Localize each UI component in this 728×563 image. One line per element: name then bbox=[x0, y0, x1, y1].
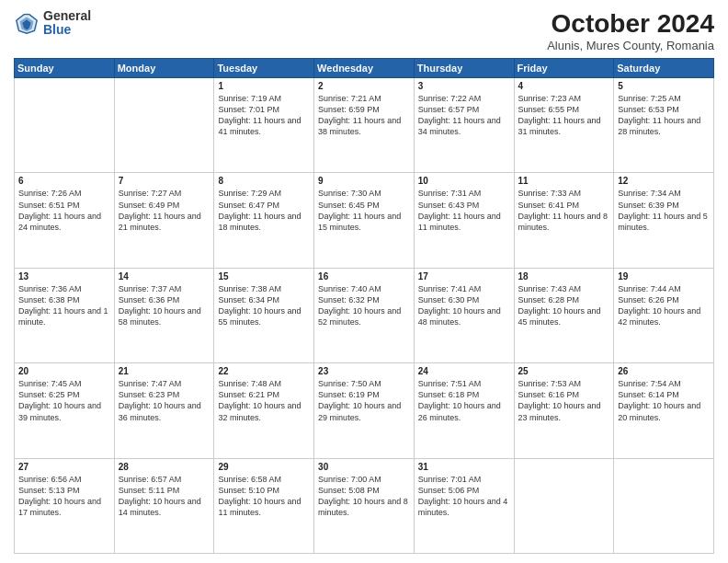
day-detail: Sunrise: 6:58 AM Sunset: 5:10 PM Dayligh… bbox=[218, 474, 310, 519]
calendar-cell: 11Sunrise: 7:33 AM Sunset: 6:41 PM Dayli… bbox=[514, 173, 614, 268]
day-number: 7 bbox=[119, 176, 210, 186]
day-number: 23 bbox=[318, 366, 410, 376]
calendar-cell: 5Sunrise: 7:25 AM Sunset: 6:53 PM Daylig… bbox=[614, 78, 714, 173]
calendar-cell: 10Sunrise: 7:31 AM Sunset: 6:43 PM Dayli… bbox=[414, 173, 514, 268]
day-number: 8 bbox=[218, 176, 310, 186]
location: Alunis, Mures County, Romania bbox=[547, 39, 714, 52]
day-detail: Sunrise: 7:53 AM Sunset: 6:16 PM Dayligh… bbox=[518, 378, 610, 423]
day-number: 16 bbox=[318, 271, 410, 282]
header: General Blue October 2024 Alunis, Mures … bbox=[14, 9, 714, 52]
day-number: 1 bbox=[218, 81, 310, 91]
day-number: 28 bbox=[119, 462, 210, 472]
day-number: 17 bbox=[418, 271, 510, 282]
logo-general-text: General bbox=[43, 9, 91, 23]
calendar-cell: 29Sunrise: 6:58 AM Sunset: 5:10 PM Dayli… bbox=[214, 458, 314, 553]
day-detail: Sunrise: 7:48 AM Sunset: 6:21 PM Dayligh… bbox=[218, 378, 310, 423]
logo: General Blue bbox=[14, 9, 91, 38]
day-number: 11 bbox=[518, 176, 610, 186]
day-number: 29 bbox=[218, 462, 310, 472]
calendar-cell: 14Sunrise: 7:37 AM Sunset: 6:36 PM Dayli… bbox=[114, 268, 214, 362]
day-detail: Sunrise: 7:25 AM Sunset: 6:53 PM Dayligh… bbox=[618, 93, 710, 138]
day-number: 9 bbox=[318, 176, 410, 186]
day-detail: Sunrise: 7:22 AM Sunset: 6:57 PM Dayligh… bbox=[418, 93, 510, 138]
calendar-cell: 22Sunrise: 7:48 AM Sunset: 6:21 PM Dayli… bbox=[214, 363, 314, 458]
col-header-thursday: Thursday bbox=[414, 59, 514, 78]
day-detail: Sunrise: 7:37 AM Sunset: 6:36 PM Dayligh… bbox=[119, 283, 210, 328]
day-number: 2 bbox=[318, 81, 410, 91]
day-detail: Sunrise: 7:31 AM Sunset: 6:43 PM Dayligh… bbox=[418, 188, 510, 233]
day-detail: Sunrise: 7:36 AM Sunset: 6:38 PM Dayligh… bbox=[18, 283, 110, 328]
day-detail: Sunrise: 7:41 AM Sunset: 6:30 PM Dayligh… bbox=[418, 283, 510, 328]
calendar-week-5: 27Sunrise: 6:56 AM Sunset: 5:13 PM Dayli… bbox=[15, 458, 714, 553]
day-detail: Sunrise: 7:01 AM Sunset: 5:06 PM Dayligh… bbox=[418, 474, 510, 519]
calendar-cell: 28Sunrise: 6:57 AM Sunset: 5:11 PM Dayli… bbox=[114, 458, 214, 553]
calendar-cell: 31Sunrise: 7:01 AM Sunset: 5:06 PM Dayli… bbox=[414, 458, 514, 553]
day-detail: Sunrise: 7:44 AM Sunset: 6:26 PM Dayligh… bbox=[618, 283, 710, 328]
col-header-tuesday: Tuesday bbox=[214, 59, 314, 78]
calendar-cell: 30Sunrise: 7:00 AM Sunset: 5:08 PM Dayli… bbox=[314, 458, 415, 553]
title-block: October 2024 Alunis, Mures County, Roman… bbox=[547, 9, 714, 52]
day-detail: Sunrise: 7:00 AM Sunset: 5:08 PM Dayligh… bbox=[318, 474, 410, 519]
page: General Blue October 2024 Alunis, Mures … bbox=[0, 0, 728, 563]
day-number: 13 bbox=[18, 271, 110, 282]
calendar-table: SundayMondayTuesdayWednesdayThursdayFrid… bbox=[14, 58, 714, 554]
calendar-cell bbox=[114, 78, 214, 173]
day-detail: Sunrise: 7:45 AM Sunset: 6:25 PM Dayligh… bbox=[18, 378, 110, 423]
day-number: 6 bbox=[18, 176, 110, 186]
calendar-cell: 19Sunrise: 7:44 AM Sunset: 6:26 PM Dayli… bbox=[614, 268, 714, 362]
day-detail: Sunrise: 7:19 AM Sunset: 7:01 PM Dayligh… bbox=[218, 93, 310, 138]
day-detail: Sunrise: 7:34 AM Sunset: 6:39 PM Dayligh… bbox=[618, 188, 710, 233]
day-number: 15 bbox=[218, 271, 310, 282]
day-detail: Sunrise: 7:54 AM Sunset: 6:14 PM Dayligh… bbox=[618, 378, 710, 423]
day-detail: Sunrise: 7:40 AM Sunset: 6:32 PM Dayligh… bbox=[318, 283, 410, 328]
day-number: 24 bbox=[418, 366, 510, 376]
calendar-cell: 9Sunrise: 7:30 AM Sunset: 6:45 PM Daylig… bbox=[314, 173, 415, 268]
col-header-sunday: Sunday bbox=[15, 59, 115, 78]
day-number: 10 bbox=[418, 176, 510, 186]
day-number: 12 bbox=[618, 176, 710, 186]
calendar-cell: 13Sunrise: 7:36 AM Sunset: 6:38 PM Dayli… bbox=[15, 268, 115, 362]
calendar-cell: 1Sunrise: 7:19 AM Sunset: 7:01 PM Daylig… bbox=[214, 78, 314, 173]
col-header-saturday: Saturday bbox=[614, 59, 714, 78]
day-detail: Sunrise: 7:38 AM Sunset: 6:34 PM Dayligh… bbox=[218, 283, 310, 328]
calendar-week-4: 20Sunrise: 7:45 AM Sunset: 6:25 PM Dayli… bbox=[15, 363, 714, 458]
calendar-cell: 12Sunrise: 7:34 AM Sunset: 6:39 PM Dayli… bbox=[614, 173, 714, 268]
day-detail: Sunrise: 7:47 AM Sunset: 6:23 PM Dayligh… bbox=[119, 378, 210, 423]
col-header-monday: Monday bbox=[114, 59, 214, 78]
day-number: 21 bbox=[119, 366, 210, 376]
calendar-week-3: 13Sunrise: 7:36 AM Sunset: 6:38 PM Dayli… bbox=[15, 268, 714, 362]
calendar-cell: 8Sunrise: 7:29 AM Sunset: 6:47 PM Daylig… bbox=[214, 173, 314, 268]
calendar-week-2: 6Sunrise: 7:26 AM Sunset: 6:51 PM Daylig… bbox=[15, 173, 714, 268]
calendar-cell: 26Sunrise: 7:54 AM Sunset: 6:14 PM Dayli… bbox=[614, 363, 714, 458]
day-detail: Sunrise: 7:23 AM Sunset: 6:55 PM Dayligh… bbox=[518, 93, 610, 138]
calendar-cell: 3Sunrise: 7:22 AM Sunset: 6:57 PM Daylig… bbox=[414, 78, 514, 173]
calendar-cell: 4Sunrise: 7:23 AM Sunset: 6:55 PM Daylig… bbox=[514, 78, 614, 173]
day-detail: Sunrise: 7:27 AM Sunset: 6:49 PM Dayligh… bbox=[119, 188, 210, 233]
calendar-week-1: 1Sunrise: 7:19 AM Sunset: 7:01 PM Daylig… bbox=[15, 78, 714, 173]
logo-blue-text: Blue bbox=[43, 23, 91, 37]
day-number: 19 bbox=[618, 271, 710, 282]
day-number: 30 bbox=[318, 462, 410, 472]
day-detail: Sunrise: 7:43 AM Sunset: 6:28 PM Dayligh… bbox=[518, 283, 610, 328]
calendar-cell: 20Sunrise: 7:45 AM Sunset: 6:25 PM Dayli… bbox=[15, 363, 115, 458]
calendar-header-row: SundayMondayTuesdayWednesdayThursdayFrid… bbox=[15, 59, 714, 78]
calendar-cell bbox=[514, 458, 614, 553]
day-number: 3 bbox=[418, 81, 510, 91]
calendar-cell: 21Sunrise: 7:47 AM Sunset: 6:23 PM Dayli… bbox=[114, 363, 214, 458]
day-number: 22 bbox=[218, 366, 310, 376]
day-number: 4 bbox=[518, 81, 610, 91]
day-detail: Sunrise: 6:56 AM Sunset: 5:13 PM Dayligh… bbox=[18, 474, 110, 519]
day-number: 20 bbox=[18, 366, 110, 376]
calendar-cell: 25Sunrise: 7:53 AM Sunset: 6:16 PM Dayli… bbox=[514, 363, 614, 458]
calendar-cell bbox=[15, 78, 115, 173]
day-detail: Sunrise: 7:26 AM Sunset: 6:51 PM Dayligh… bbox=[18, 188, 110, 233]
calendar-cell: 15Sunrise: 7:38 AM Sunset: 6:34 PM Dayli… bbox=[214, 268, 314, 362]
calendar-cell: 17Sunrise: 7:41 AM Sunset: 6:30 PM Dayli… bbox=[414, 268, 514, 362]
day-number: 31 bbox=[418, 462, 510, 472]
calendar-cell: 7Sunrise: 7:27 AM Sunset: 6:49 PM Daylig… bbox=[114, 173, 214, 268]
day-detail: Sunrise: 7:33 AM Sunset: 6:41 PM Dayligh… bbox=[518, 188, 610, 233]
logo-text: General Blue bbox=[43, 9, 91, 38]
calendar-cell: 18Sunrise: 7:43 AM Sunset: 6:28 PM Dayli… bbox=[514, 268, 614, 362]
day-number: 18 bbox=[518, 271, 610, 282]
day-detail: Sunrise: 6:57 AM Sunset: 5:11 PM Dayligh… bbox=[119, 474, 210, 519]
